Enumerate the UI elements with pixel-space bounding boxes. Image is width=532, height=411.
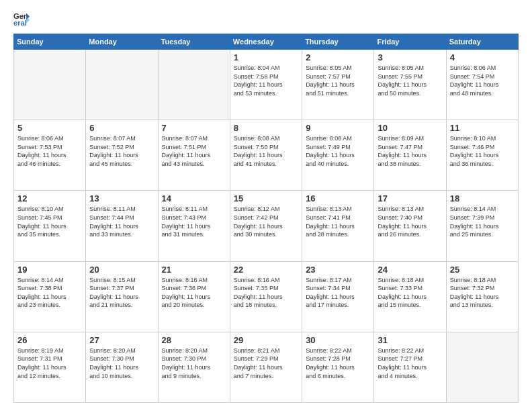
- cell-info: Sunrise: 8:14 AMSunset: 7:39 PMDaylight:…: [450, 205, 515, 238]
- day-number: 30: [306, 335, 370, 345]
- day-number: 4: [450, 52, 515, 62]
- cell-info: Sunrise: 8:14 AMSunset: 7:38 PMDaylight:…: [17, 276, 82, 310]
- cell-info: Sunrise: 8:12 AMSunset: 7:42 PMDaylight:…: [234, 205, 298, 238]
- cell-info: Sunrise: 8:18 AMSunset: 7:32 PMDaylight:…: [450, 276, 515, 310]
- calendar-cell: 11Sunrise: 8:10 AMSunset: 7:46 PMDayligh…: [446, 120, 518, 191]
- calendar-cell: 13Sunrise: 8:11 AMSunset: 7:44 PMDayligh…: [86, 191, 158, 261]
- cell-info: Sunrise: 8:20 AMSunset: 7:30 PMDaylight:…: [89, 347, 154, 380]
- day-number: 15: [234, 193, 298, 203]
- day-number: 8: [234, 123, 298, 133]
- calendar-cell: 22Sunrise: 8:16 AMSunset: 7:35 PMDayligh…: [230, 261, 302, 332]
- day-number: 2: [306, 52, 370, 62]
- weekday-thursday: Thursday: [302, 34, 374, 50]
- calendar-cell: 3Sunrise: 8:05 AMSunset: 7:55 PMDaylight…: [374, 50, 446, 120]
- weekday-sunday: Sunday: [14, 34, 86, 50]
- week-row-5: 26Sunrise: 8:19 AMSunset: 7:31 PMDayligh…: [14, 332, 519, 402]
- day-number: 22: [234, 265, 298, 275]
- week-row-4: 19Sunrise: 8:14 AMSunset: 7:38 PMDayligh…: [14, 261, 519, 332]
- calendar-cell: 16Sunrise: 8:13 AMSunset: 7:41 PMDayligh…: [302, 191, 374, 261]
- calendar-cell: 26Sunrise: 8:19 AMSunset: 7:31 PMDayligh…: [14, 332, 86, 402]
- cell-info: Sunrise: 8:13 AMSunset: 7:41 PMDaylight:…: [306, 205, 370, 238]
- calendar-cell: 7Sunrise: 8:07 AMSunset: 7:51 PMDaylight…: [158, 120, 230, 191]
- day-number: 7: [162, 123, 226, 133]
- cell-info: Sunrise: 8:21 AMSunset: 7:29 PMDaylight:…: [234, 347, 298, 380]
- calendar-cell: 28Sunrise: 8:20 AMSunset: 7:30 PMDayligh…: [158, 332, 230, 402]
- calendar-cell: 30Sunrise: 8:22 AMSunset: 7:28 PMDayligh…: [302, 332, 374, 402]
- day-number: 3: [378, 52, 442, 62]
- day-number: 16: [306, 193, 370, 203]
- day-number: 28: [162, 335, 226, 345]
- cell-info: Sunrise: 8:11 AMSunset: 7:44 PMDaylight:…: [89, 205, 154, 238]
- calendar-cell: 10Sunrise: 8:09 AMSunset: 7:47 PMDayligh…: [374, 120, 446, 191]
- calendar-cell: 4Sunrise: 8:06 AMSunset: 7:54 PMDaylight…: [446, 50, 518, 120]
- calendar-cell: [14, 50, 86, 120]
- day-number: 25: [450, 265, 515, 275]
- calendar-cell: 18Sunrise: 8:14 AMSunset: 7:39 PMDayligh…: [446, 191, 518, 261]
- cell-info: Sunrise: 8:17 AMSunset: 7:34 PMDaylight:…: [306, 276, 370, 310]
- cell-info: Sunrise: 8:18 AMSunset: 7:33 PMDaylight:…: [378, 276, 442, 310]
- logo-icon: Gen eral: [13, 11, 30, 27]
- calendar-cell: 24Sunrise: 8:18 AMSunset: 7:33 PMDayligh…: [374, 261, 446, 332]
- cell-info: Sunrise: 8:10 AMSunset: 7:46 PMDaylight:…: [450, 134, 515, 168]
- weekday-header-row: SundayMondayTuesdayWednesdayThursdayFrid…: [14, 34, 519, 50]
- cell-info: Sunrise: 8:10 AMSunset: 7:45 PMDaylight:…: [17, 205, 82, 238]
- week-row-2: 5Sunrise: 8:06 AMSunset: 7:53 PMDaylight…: [14, 120, 519, 191]
- cell-info: Sunrise: 8:08 AMSunset: 7:50 PMDaylight:…: [234, 134, 298, 168]
- week-row-1: 1Sunrise: 8:04 AMSunset: 7:58 PMDaylight…: [14, 50, 519, 120]
- calendar-cell: 17Sunrise: 8:13 AMSunset: 7:40 PMDayligh…: [374, 191, 446, 261]
- calendar-cell: 2Sunrise: 8:05 AMSunset: 7:57 PMDaylight…: [302, 50, 374, 120]
- cell-info: Sunrise: 8:22 AMSunset: 7:27 PMDaylight:…: [378, 347, 442, 380]
- cell-info: Sunrise: 8:16 AMSunset: 7:35 PMDaylight:…: [234, 276, 298, 310]
- calendar-cell: 9Sunrise: 8:08 AMSunset: 7:49 PMDaylight…: [302, 120, 374, 191]
- day-number: 29: [234, 335, 298, 345]
- calendar-cell: 5Sunrise: 8:06 AMSunset: 7:53 PMDaylight…: [14, 120, 86, 191]
- cell-info: Sunrise: 8:07 AMSunset: 7:52 PMDaylight:…: [89, 134, 154, 168]
- weekday-tuesday: Tuesday: [158, 34, 230, 50]
- cell-info: Sunrise: 8:07 AMSunset: 7:51 PMDaylight:…: [162, 134, 226, 168]
- cell-info: Sunrise: 8:15 AMSunset: 7:37 PMDaylight:…: [89, 276, 154, 310]
- day-number: 31: [378, 335, 442, 345]
- day-number: 11: [450, 123, 515, 133]
- day-number: 14: [162, 193, 226, 203]
- day-number: 21: [162, 265, 226, 275]
- cell-info: Sunrise: 8:11 AMSunset: 7:43 PMDaylight:…: [162, 205, 226, 238]
- cell-info: Sunrise: 8:06 AMSunset: 7:54 PMDaylight:…: [450, 64, 515, 97]
- day-number: 19: [17, 265, 82, 275]
- weekday-friday: Friday: [374, 34, 446, 50]
- calendar-cell: 23Sunrise: 8:17 AMSunset: 7:34 PMDayligh…: [302, 261, 374, 332]
- calendar-cell: 8Sunrise: 8:08 AMSunset: 7:50 PMDaylight…: [230, 120, 302, 191]
- day-number: 17: [378, 193, 442, 203]
- calendar-cell: 20Sunrise: 8:15 AMSunset: 7:37 PMDayligh…: [86, 261, 158, 332]
- calendar-cell: 25Sunrise: 8:18 AMSunset: 7:32 PMDayligh…: [446, 261, 518, 332]
- calendar-cell: 19Sunrise: 8:14 AMSunset: 7:38 PMDayligh…: [14, 261, 86, 332]
- weekday-saturday: Saturday: [446, 34, 518, 50]
- week-row-3: 12Sunrise: 8:10 AMSunset: 7:45 PMDayligh…: [14, 191, 519, 261]
- weekday-wednesday: Wednesday: [230, 34, 302, 50]
- cell-info: Sunrise: 8:09 AMSunset: 7:47 PMDaylight:…: [378, 134, 442, 168]
- day-number: 9: [306, 123, 370, 133]
- day-number: 20: [89, 265, 154, 275]
- day-number: 5: [17, 123, 82, 133]
- calendar-cell: [86, 50, 158, 120]
- calendar-cell: 27Sunrise: 8:20 AMSunset: 7:30 PMDayligh…: [86, 332, 158, 402]
- day-number: 6: [89, 123, 154, 133]
- cell-info: Sunrise: 8:19 AMSunset: 7:31 PMDaylight:…: [17, 347, 82, 380]
- day-number: 24: [378, 265, 442, 275]
- calendar-cell: 31Sunrise: 8:22 AMSunset: 7:27 PMDayligh…: [374, 332, 446, 402]
- day-number: 26: [17, 335, 82, 345]
- day-number: 23: [306, 265, 370, 275]
- calendar-cell: [446, 332, 518, 402]
- cell-info: Sunrise: 8:08 AMSunset: 7:49 PMDaylight:…: [306, 134, 370, 168]
- svg-text:eral: eral: [13, 19, 27, 27]
- calendar-cell: 1Sunrise: 8:04 AMSunset: 7:58 PMDaylight…: [230, 50, 302, 120]
- calendar-cell: 15Sunrise: 8:12 AMSunset: 7:42 PMDayligh…: [230, 191, 302, 261]
- day-number: 18: [450, 193, 515, 203]
- cell-info: Sunrise: 8:06 AMSunset: 7:53 PMDaylight:…: [17, 134, 82, 168]
- day-number: 10: [378, 123, 442, 133]
- cell-info: Sunrise: 8:05 AMSunset: 7:55 PMDaylight:…: [378, 64, 442, 97]
- calendar-cell: 21Sunrise: 8:16 AMSunset: 7:36 PMDayligh…: [158, 261, 230, 332]
- cell-info: Sunrise: 8:04 AMSunset: 7:58 PMDaylight:…: [234, 64, 298, 97]
- day-number: 13: [89, 193, 154, 203]
- cell-info: Sunrise: 8:05 AMSunset: 7:57 PMDaylight:…: [306, 64, 370, 97]
- header: Gen eral: [13, 11, 519, 27]
